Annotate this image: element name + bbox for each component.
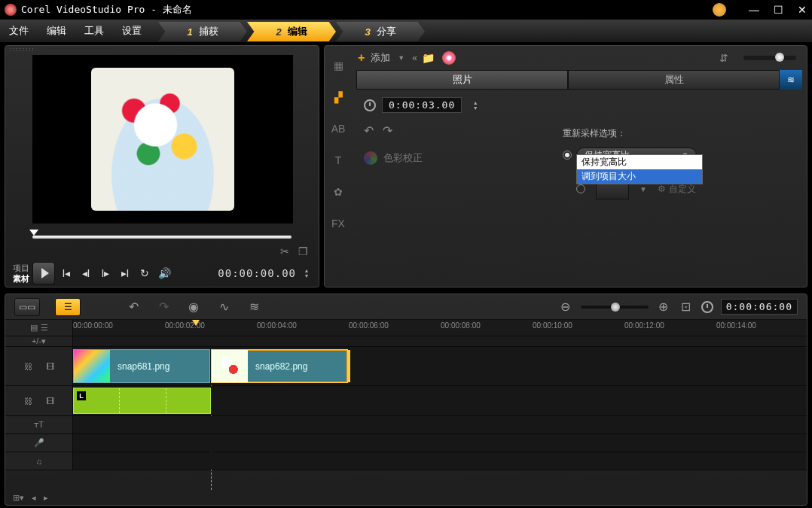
custom-radio[interactable] [576, 184, 585, 193]
menu-edit[interactable]: 编辑 [38, 24, 75, 38]
menu-tools[interactable]: 工具 [75, 24, 113, 38]
multi-trim-icon[interactable]: ❐ [298, 245, 308, 257]
overlay-clip[interactable]: L [73, 388, 211, 414]
goto-start-button[interactable]: I◂ [58, 266, 75, 281]
disc-icon[interactable] [442, 51, 456, 65]
add-button[interactable]: + 添加 [358, 51, 390, 65]
redo-icon[interactable]: ↷ [156, 300, 171, 314]
music-track-head[interactable]: ♫ [5, 452, 73, 470]
list-icon[interactable]: ▤ [30, 323, 38, 333]
resample-label: 重新采样选项： [563, 127, 697, 140]
clock-icon [701, 301, 713, 313]
clip-thumbnail [74, 350, 110, 382]
sidetab-text-icon[interactable]: T [329, 151, 347, 169]
menu-settings[interactable]: 设置 [113, 24, 151, 38]
rotate-left-icon[interactable]: ↶ [364, 123, 374, 138]
corel-badge-icon[interactable] [713, 3, 726, 17]
menu-file[interactable]: 文件 [0, 24, 38, 38]
expand-options-button[interactable]: ≋ [780, 70, 802, 90]
fit-timeline-icon[interactable]: ⊡ [679, 300, 694, 314]
maximize-button[interactable]: ☐ [773, 5, 783, 15]
options-panel: ▦ ▞ AB T ✿ FX + 添加 ▼ « 📁 ⇵ 照片 属性 [324, 45, 807, 287]
project-duration[interactable]: 0:00:06:00 [721, 299, 798, 315]
step-edit[interactable]: 2 编辑 [247, 22, 336, 41]
add-chapter-icon[interactable]: ⊞▾ [13, 493, 24, 503]
voice-track-head[interactable]: 🎤 [5, 434, 73, 452]
sidetab-graphic-icon[interactable]: ✿ [329, 183, 347, 201]
tab-photo[interactable]: 照片 [356, 70, 568, 90]
panel-grip-icon[interactable]: :::::::: [5, 46, 319, 53]
dropdown-opt-fit-project[interactable]: 调到项目大小 [577, 169, 702, 184]
record-icon[interactable]: ◉ [186, 300, 201, 314]
scroll-left-icon[interactable]: ◂ [32, 493, 36, 503]
dropdown-opt-keep-aspect[interactable]: 保持宽高比 [577, 155, 702, 169]
app-logo-icon [5, 4, 17, 16]
resample-radio[interactable] [563, 151, 572, 160]
title-track-head[interactable]: ᴛT [5, 416, 73, 433]
volume-button[interactable]: 🔊 [156, 266, 172, 281]
next-frame-button[interactable]: I▸ [97, 266, 114, 281]
rotate-right-icon[interactable]: ↷ [383, 123, 392, 138]
overlay-track-head[interactable]: ⛓ 🎞 [5, 386, 73, 415]
sort-icon[interactable]: ⇵ [719, 52, 728, 64]
title-bar: Corel VideoStudio Pro - 未命名 — ☐ ✕ [0, 0, 812, 20]
timeline-panel: ▭▭ ☰ ↶ ↷ ◉ ∿ ≋ ⊖ ⊕ ⊡ 0:00:06:00 ▤ ☰ 0 [5, 294, 807, 506]
music-icon: ♫ [35, 457, 41, 466]
step-capture[interactable]: 1 捕获 [158, 22, 247, 41]
chevron-down-icon[interactable]: ▼ [640, 185, 647, 193]
add-track-button[interactable]: +/-▾ [5, 336, 73, 346]
undo-icon[interactable]: ↶ [126, 300, 141, 314]
gear-icon: ⚙ [658, 184, 666, 194]
mic-icon: 🎤 [34, 438, 44, 448]
clock-icon [364, 99, 376, 111]
minimize-button[interactable]: — [749, 5, 759, 15]
auto-music-icon[interactable]: ≋ [246, 300, 261, 314]
sidetab-media-icon[interactable]: ▦ [329, 56, 347, 75]
tab-attributes[interactable]: 属性 [568, 70, 780, 90]
folder-icon[interactable]: 📁 [422, 52, 435, 64]
step-share[interactable]: 3 分享 [336, 22, 425, 41]
play-button[interactable] [32, 262, 55, 284]
scroll-right-icon[interactable]: ▸ [44, 493, 48, 503]
thumbnail-size-slider[interactable] [743, 56, 796, 60]
duration-spinner[interactable]: ▲▼ [471, 100, 480, 111]
close-button[interactable]: ✕ [797, 5, 807, 15]
sidetab-title-icon[interactable]: AB [329, 120, 347, 138]
lock-icon[interactable]: ⛓ [24, 397, 32, 406]
time-ruler[interactable]: 00:00:00:00 00:00:02:00 00:00:04:00 00:0… [73, 320, 807, 336]
clip-snap682[interactable]: snap682.png [211, 349, 348, 383]
preview-panel: :::::::: ✂ ❐ 项目 素材 I◂ ◂I I▸ ▸I ↻ 🔊 00:00… [5, 45, 319, 287]
sidetab-fx-icon[interactable]: FX [329, 214, 347, 233]
audio-mixer-icon[interactable]: ∿ [216, 300, 231, 314]
mode-project[interactable]: 项目 [13, 263, 29, 273]
zoom-out-icon[interactable]: ⊖ [558, 300, 573, 314]
timecode-spinner[interactable]: ▲▼ [302, 268, 311, 278]
video-track-head[interactable]: ⛓ 🎞 [5, 347, 73, 385]
sidetab-transition-icon[interactable]: ▞ [329, 88, 347, 106]
zoom-slider[interactable] [581, 306, 649, 309]
prev-frame-button[interactable]: ◂I [78, 266, 94, 281]
repeat-button[interactable]: ↻ [136, 266, 153, 281]
duration-field[interactable]: 0:00:03.00 [382, 97, 462, 113]
goto-end-button[interactable]: ▸I [117, 266, 133, 281]
ruler-head[interactable]: ▤ ☰ [5, 320, 73, 336]
mode-clip[interactable]: 素材 [13, 273, 29, 284]
tick: 00:00:14:00 [716, 321, 756, 330]
seek-thumb-icon[interactable] [29, 230, 38, 236]
seek-bar[interactable] [32, 227, 292, 243]
lock-icon[interactable]: ⛓ [24, 362, 32, 371]
collapse-icon[interactable]: « [412, 53, 414, 63]
clip-snap681[interactable]: snap681.png [73, 349, 210, 383]
color-wheel-icon [364, 151, 377, 165]
scissors-icon[interactable]: ✂ [280, 245, 289, 257]
zoom-in-icon[interactable]: ⊕ [656, 300, 671, 314]
dropdown-arrow-icon[interactable]: ▼ [398, 54, 404, 62]
resample-dropdown[interactable]: 保持宽高比 调到项目大小 [576, 154, 703, 184]
playhead-marker-icon[interactable] [192, 320, 200, 326]
preview-timecode[interactable]: 00:00:00.00 [218, 267, 296, 279]
storyboard-view-button[interactable]: ▭▭ [14, 298, 40, 316]
timeline-view-button[interactable]: ☰ [55, 298, 81, 316]
preview-screen[interactable] [32, 55, 293, 224]
menu-icon[interactable]: ☰ [41, 323, 48, 333]
window-title: Corel VideoStudio Pro - 未命名 [21, 3, 713, 17]
